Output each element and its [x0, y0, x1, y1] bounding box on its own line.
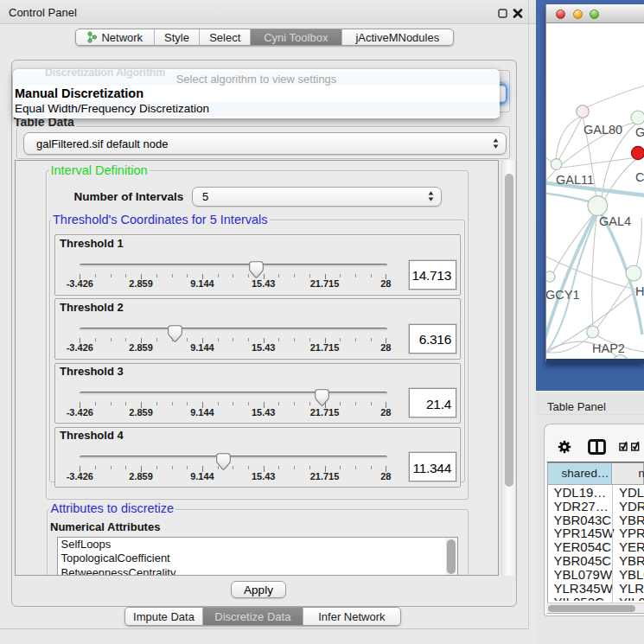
svg-text:GAL80: GAL80: [583, 123, 622, 137]
svg-text:GAL4: GAL4: [599, 214, 631, 228]
svg-text:GA: GA: [635, 125, 644, 139]
svg-text:GCY1: GCY1: [546, 288, 580, 302]
svg-text:CB: CB: [635, 170, 644, 184]
svg-text:HAP2: HAP2: [592, 341, 625, 355]
svg-text:HI: HI: [635, 284, 644, 298]
svg-text:GAL11: GAL11: [556, 173, 594, 187]
